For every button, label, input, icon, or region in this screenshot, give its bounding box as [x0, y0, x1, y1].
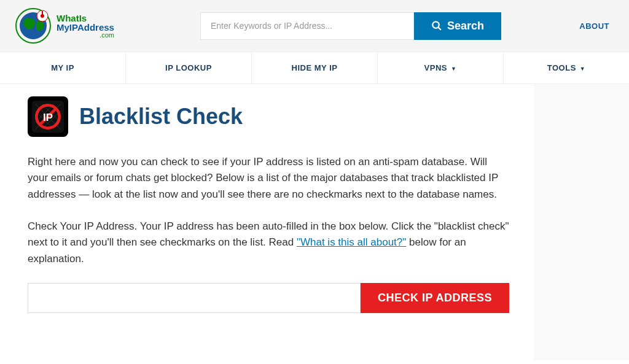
- nav-vpns[interactable]: VPNS ▼: [378, 52, 504, 83]
- about-link[interactable]: ABOUT: [579, 21, 609, 31]
- sidebar: [534, 84, 629, 360]
- navbar: MY IP IP LOOKUP HIDE MY IP VPNS ▼ TOOLS …: [0, 52, 629, 84]
- search-icon: [431, 20, 442, 31]
- page-title: Blacklist Check: [79, 104, 243, 130]
- logo[interactable]: WhatIs MyIPAddress .com: [15, 7, 114, 44]
- search-button[interactable]: Search: [414, 12, 501, 40]
- what-is-this-link[interactable]: "What is this all about?": [297, 236, 406, 248]
- svg-point-4: [432, 21, 439, 28]
- nav-tools[interactable]: TOOLS ▼: [504, 52, 629, 83]
- page-title-row: IP Blacklist Check: [28, 96, 509, 137]
- chevron-down-icon: ▼: [578, 66, 585, 72]
- globe-icon: [15, 7, 52, 44]
- header: WhatIs MyIPAddress .com Search ABOUT: [0, 0, 629, 52]
- svg-line-5: [438, 27, 441, 30]
- main: IP Blacklist Check Right here and now yo…: [0, 84, 629, 360]
- intro-paragraph-1: Right here and now you can check to see …: [28, 154, 509, 203]
- logo-text: WhatIs MyIPAddress .com: [57, 14, 114, 39]
- content: IP Blacklist Check Right here and now yo…: [0, 84, 534, 360]
- search-input[interactable]: [200, 12, 414, 40]
- chevron-down-icon: ▼: [449, 66, 456, 72]
- blacklist-icon: IP: [28, 96, 68, 137]
- nav-my-ip[interactable]: MY IP: [0, 52, 126, 83]
- check-form: CHECK IP ADDRESS: [28, 283, 509, 313]
- intro-paragraph-2: Check Your IP Address. Your IP address h…: [28, 219, 509, 267]
- check-ip-button[interactable]: CHECK IP ADDRESS: [361, 283, 509, 313]
- search-form: Search: [200, 12, 501, 40]
- nav-hide-my-ip[interactable]: HIDE MY IP: [252, 52, 378, 83]
- svg-text:IP: IP: [43, 112, 53, 123]
- ip-input[interactable]: [28, 283, 361, 313]
- nav-ip-lookup[interactable]: IP LOOKUP: [126, 52, 252, 83]
